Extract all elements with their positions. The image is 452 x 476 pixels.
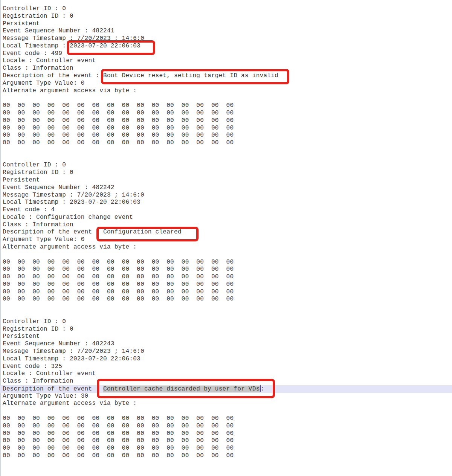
hex-dump-row: 00 00 00 00 00 00 00 00 00 00 00 00 00 0…	[3, 259, 452, 266]
log-line: Alternate argument access via byte :	[3, 87, 452, 95]
blank-line	[3, 467, 452, 474]
log-line: Event Sequence Number : 482243	[3, 340, 452, 348]
log-line: Locale : Controller event	[3, 370, 452, 378]
log-line: Persistent	[3, 20, 452, 28]
hex-dump-row: 00 00 00 00 00 00 00 00 00 00 00 00 00 0…	[3, 415, 452, 423]
hex-dump-row: 00 00 00 00 00 00 00 00 00 00 00 00 00 0…	[3, 437, 452, 445]
log-line: Argument Type Value: 0	[3, 236, 452, 244]
log-line: Locale : Configuration change event	[3, 214, 452, 221]
hex-dump-row: 00 00 00 00 00 00 00 00 00 00 00 00 00 0…	[3, 273, 452, 281]
hex-dump-row: 00 00 00 00 00 00 00 00 00 00 00 00 00 0…	[3, 266, 452, 273]
hex-dump-row: 00 00 00 00 00 00 00 00 00 00 00 00 00 0…	[3, 430, 452, 438]
hex-dump-row: 00 00 00 00 00 00 00 00 00 00 00 00 00 0…	[3, 139, 452, 147]
hex-dump-row: 00 00 00 00 00 00 00 00 00 00 00 00 00 0…	[3, 296, 452, 303]
log-line: Alternate argument access via byte :	[3, 400, 452, 407]
blank-line	[3, 303, 452, 311]
blank-line	[3, 311, 452, 318]
log-line: Controller ID : 0	[3, 162, 452, 169]
hex-dump-row: 00 00 00 00 00 00 00 00 00 00 00 00 00 0…	[3, 110, 452, 117]
log-line: Registration ID : 0	[3, 326, 452, 333]
log-line: Local Timestamp : 2023-07-20 22:06:03	[3, 43, 452, 50]
description-suffix: :	[261, 386, 264, 392]
blank-line	[3, 251, 452, 259]
log-line: Event code : 325	[3, 363, 452, 371]
description-label: Description of the event	[3, 386, 103, 392]
log-line: Alternate argument access via byte :	[3, 244, 452, 251]
log-line: Argument Type Value: 30	[3, 393, 452, 400]
blank-line	[3, 154, 452, 162]
log-line: Class : Information	[3, 65, 452, 72]
log-line: Persistent	[3, 177, 452, 184]
log-line: Event Sequence Number : 482242	[3, 184, 452, 192]
log-line: Argument Type Value: 0	[3, 80, 452, 87]
log-line: Local Timestamp : 2023-07-20 22:06:03	[3, 199, 452, 206]
log-line: Description of the event Configuration c…	[3, 229, 452, 236]
log-line: Class : Information	[3, 378, 452, 385]
log-line: Message Timestamp : 7/20/2023 ; 14:6:0	[3, 192, 452, 199]
log-line: Persistent	[3, 333, 452, 340]
hex-dump-row: 00 00 00 00 00 00 00 00 00 00 00 00 00 0…	[3, 423, 452, 430]
log-line: Event code : 4	[3, 206, 452, 214]
log-line: Event code : 499	[3, 50, 452, 58]
hex-dump-row: 00 00 00 00 00 00 00 00 00 00 00 00 00 0…	[3, 281, 452, 288]
hex-dump-row: 00 00 00 00 00 00 00 00 00 00 00 00 00 0…	[3, 125, 452, 132]
log-line: Local Timestamp : 2023-07-20 22:06:03	[3, 355, 452, 363]
log-line: Message Timestamp : 7/20/2023 ; 14:6:0	[3, 35, 452, 43]
log-line: Class : Information	[3, 221, 452, 229]
blank-line	[3, 147, 452, 154]
log-line: Controller ID : 0	[3, 5, 452, 13]
blank-line	[3, 407, 452, 415]
description-line-highlighted: Description of the event Controller cach…	[0, 385, 452, 393]
blank-line	[3, 95, 452, 102]
log-line: Controller ID : 0	[3, 318, 452, 326]
log-viewer-page: Controller ID : 0Registration ID : 0Pers…	[0, 0, 452, 476]
selected-text: Controller cache discarded by user for V…	[103, 386, 260, 392]
log-line: Locale : Controller event	[3, 57, 452, 65]
hex-dump-row: 00 00 00 00 00 00 00 00 00 00 00 00 00 0…	[3, 102, 452, 110]
hex-dump-row: 00 00 00 00 00 00 00 00 00 00 00 00 00 0…	[3, 452, 452, 460]
log-line: Event Sequence Number : 482241	[3, 27, 452, 35]
hex-dump-row: 00 00 00 00 00 00 00 00 00 00 00 00 00 0…	[3, 117, 452, 125]
blank-line	[3, 460, 452, 467]
hex-dump-row: 00 00 00 00 00 00 00 00 00 00 00 00 00 0…	[3, 132, 452, 139]
log-line: Message Timestamp : 7/20/2023 ; 14:6:0	[3, 348, 452, 355]
hex-dump-row: 00 00 00 00 00 00 00 00 00 00 00 00 00 0…	[3, 445, 452, 452]
log-text-area[interactable]: Controller ID : 0Registration ID : 0Pers…	[0, 0, 452, 476]
hex-dump-row: 00 00 00 00 00 00 00 00 00 00 00 00 00 0…	[3, 288, 452, 296]
log-line: Description of the event : Boot Device r…	[3, 72, 452, 80]
log-line: Registration ID : 0	[3, 13, 452, 20]
log-line: Registration ID : 0	[3, 169, 452, 177]
